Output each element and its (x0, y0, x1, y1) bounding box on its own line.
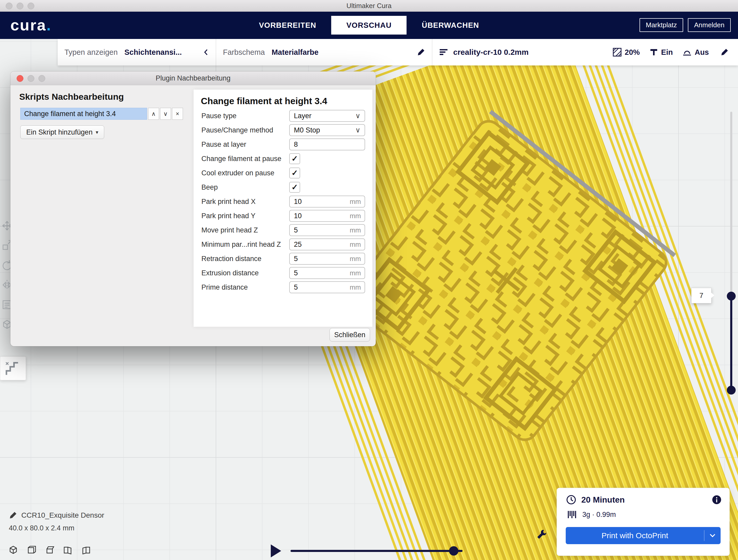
check-icon: ✓ (291, 183, 298, 191)
object-list-panel[interactable] (0, 356, 26, 380)
field-label: Change filament at pause (202, 155, 289, 163)
support-value: Ein (661, 48, 673, 57)
window-close-button[interactable] (6, 3, 12, 9)
selected-script-item[interactable]: Change filament at height 3.4 (20, 108, 147, 120)
collapse-chevron-icon[interactable] (203, 48, 209, 56)
window-minimize-button[interactable] (17, 3, 23, 9)
field-input[interactable]: mm (289, 281, 365, 293)
field-row: Cool extruder on pause✓ (202, 167, 365, 179)
add-script-button[interactable]: Ein Skript hinzufügen ▾ (20, 125, 104, 139)
view-type-selector[interactable]: Typen anzeigen Schichtenansi... (58, 39, 216, 65)
dialog-fields: Pause typeLayer∨Pause/Change methodM0 St… (194, 110, 372, 293)
signin-button[interactable]: Anmelden (688, 18, 731, 32)
field-input[interactable]: mm (289, 195, 365, 207)
print-settings-panel[interactable]: creality-cr-10 0.2mm 20% Ein Aus (432, 39, 738, 65)
infill-setting[interactable]: 20% (613, 48, 640, 57)
info-icon[interactable] (712, 495, 722, 505)
field-input[interactable]: mm (289, 210, 365, 222)
field-control: ✓ (289, 182, 365, 193)
field-input-value[interactable] (293, 226, 348, 234)
move-script-down-button[interactable]: ∨ (160, 108, 171, 120)
field-input-value[interactable] (293, 254, 348, 263)
timeline-track[interactable] (291, 550, 462, 552)
adhesion-value: Aus (695, 48, 709, 57)
view-preset-left-icon[interactable] (62, 544, 74, 556)
field-input[interactable]: mm (289, 238, 365, 250)
field-unit: mm (350, 226, 361, 234)
view-toolbar: Typen anzeigen Schichtenansi... Farbsche… (58, 39, 738, 65)
window-title: Ultimaker Cura (346, 2, 391, 10)
remove-script-button[interactable]: × (172, 108, 183, 120)
edit-view-settings-icon[interactable] (417, 48, 425, 56)
move-script-up-button[interactable]: ∧ (148, 108, 159, 120)
window-zoom-button[interactable] (28, 3, 34, 9)
timeline-handle[interactable] (449, 546, 458, 556)
dialog-zoom-button[interactable] (38, 75, 45, 82)
field-input[interactable]: mm (289, 224, 365, 236)
dialog-close-button[interactable] (17, 75, 23, 82)
field-label: Pause type (202, 112, 289, 120)
dialog-titlebar[interactable]: Plugin Nachbearbeitung (10, 71, 376, 85)
layer-slider-upper-handle[interactable] (727, 292, 736, 301)
cura-logo: cura. (10, 16, 51, 34)
view-preset-front-icon[interactable] (25, 544, 37, 556)
infill-icon (613, 48, 622, 57)
field-control: mm (289, 224, 365, 236)
print-options-chevron-icon[interactable] (705, 534, 721, 538)
support-setting[interactable]: Ein (650, 48, 673, 57)
field-input[interactable]: mm (289, 253, 365, 265)
model-info: CCR10_Exquisite Densor 40.0 x 80.0 x 2.4… (9, 511, 104, 532)
view-type-value: Schichtenansi... (124, 48, 182, 57)
field-unit: mm (350, 240, 361, 248)
field-input[interactable]: mm (289, 267, 365, 279)
view-preset-top-icon[interactable] (44, 544, 56, 556)
color-scheme-label: Farbschema (223, 48, 265, 57)
layer-slider-lower-handle[interactable] (727, 386, 736, 395)
field-control: M0 Stop∨ (289, 124, 365, 136)
field-control: mm (289, 281, 365, 293)
adhesion-icon (683, 48, 692, 56)
field-checkbox[interactable]: ✓ (289, 167, 300, 178)
play-button[interactable] (271, 544, 281, 557)
dialog-minimize-button[interactable] (28, 75, 34, 82)
field-input[interactable] (289, 138, 365, 150)
field-select-value: M0 Stop (294, 126, 320, 134)
field-input-value[interactable] (293, 283, 348, 292)
tab-vorschau[interactable]: VORSCHAU (331, 16, 407, 35)
field-row: Minimum par...rint head Zmm (202, 238, 365, 250)
field-control (289, 138, 365, 150)
field-unit: mm (350, 255, 361, 263)
print-with-octoprint-button[interactable]: Print with OctoPrint (566, 527, 721, 544)
camera-view-presets (7, 544, 92, 556)
close-dialog-button[interactable]: Schließen (330, 328, 370, 342)
marketplace-button[interactable]: Marktplatz (640, 18, 683, 32)
color-scheme-value: Materialfarbe (272, 48, 319, 57)
tab-ueberwachen[interactable]: ÜBERWACHEN (407, 16, 494, 35)
stage-tabs: VORBEREITEN VORSCHAU ÜBERWACHEN (244, 11, 494, 39)
printer-profile: creality-cr-10 0.2mm (453, 48, 528, 57)
tab-vorbereiten[interactable]: VORBEREITEN (244, 16, 331, 35)
field-input-value[interactable] (293, 197, 348, 206)
field-select[interactable]: Layer∨ (289, 110, 365, 122)
print-button-label: Print with OctoPrint (566, 531, 704, 540)
field-input-value[interactable] (293, 212, 348, 220)
material-icon (567, 510, 578, 519)
adhesion-setting[interactable]: Aus (683, 48, 709, 57)
field-label: Beep (202, 183, 289, 191)
layer-stairs-icon (4, 359, 22, 378)
edit-print-settings-icon[interactable] (720, 48, 729, 56)
field-select[interactable]: M0 Stop∨ (289, 124, 365, 136)
field-checkbox[interactable]: ✓ (289, 153, 300, 164)
field-input-value[interactable] (293, 269, 348, 277)
field-input-value[interactable] (293, 140, 361, 149)
field-checkbox[interactable]: ✓ (289, 182, 300, 193)
field-row: Change filament at pause✓ (202, 153, 365, 165)
field-input-value[interactable] (293, 240, 348, 249)
rename-model-icon[interactable] (9, 511, 17, 520)
color-scheme-selector[interactable]: Farbschema Materialfarbe (216, 39, 432, 65)
material-usage: 3g · 0.99m (582, 511, 616, 519)
view-preset-3d-icon[interactable] (7, 544, 19, 556)
adjust-settings-icon[interactable] (536, 528, 548, 540)
layer-number-tooltip[interactable]: 7 (691, 288, 712, 304)
view-preset-right-icon[interactable] (80, 544, 92, 556)
